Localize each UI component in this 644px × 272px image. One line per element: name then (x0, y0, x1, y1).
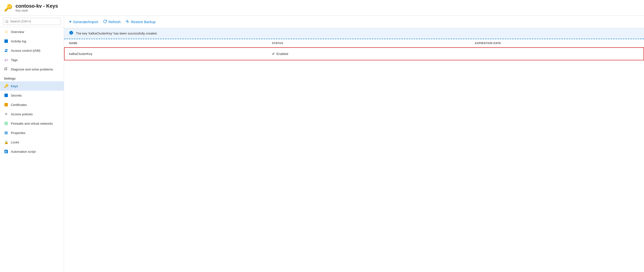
secrets-icon (4, 93, 8, 98)
generate-import-button[interactable]: + Generate/Import (69, 18, 98, 26)
overview-icon: ⊙ (4, 30, 8, 34)
sidebar-item-access-control[interactable]: Access control (IAM) (0, 46, 64, 55)
tags-icon: 🏷 (4, 58, 8, 62)
sidebar-label-firewalls: Firewalls and virtual networks (11, 122, 53, 126)
table-row[interactable]: kafkaClusterKey✔Enabled (64, 47, 644, 60)
automation-icon (4, 149, 8, 154)
sidebar-item-locks[interactable]: 🔒 Locks (0, 138, 64, 147)
svg-rect-8 (5, 132, 8, 132)
keys-icon: 🔑 (4, 84, 8, 88)
svg-rect-5 (4, 103, 8, 106)
content-area: + Generate/Import Refresh Restore Backup (64, 16, 644, 272)
sidebar-label-access-control: Access control (IAM) (11, 49, 40, 52)
sidebar-label-overview: Overview (11, 30, 24, 34)
page-title: contoso-kv - Keys (16, 3, 58, 9)
activity-log-icon (4, 39, 8, 43)
svg-point-1 (5, 49, 6, 50)
sidebar-label-tags: Tags (11, 58, 18, 62)
restore-backup-button[interactable]: Restore Backup (126, 18, 156, 26)
plus-icon: + (69, 19, 72, 24)
access-policies-icon: ≡ (4, 112, 8, 116)
firewalls-icon (4, 121, 8, 126)
refresh-icon (103, 20, 107, 24)
sidebar-label-secrets: Secrets (11, 94, 22, 97)
generate-import-label: Generate/Import (73, 20, 98, 24)
key-name-cell: kafkaClusterKey (64, 47, 267, 60)
notification-message: The key 'kafkaClusterKey' has been succe… (76, 32, 158, 35)
sidebar-label-keys: Keys (11, 84, 18, 88)
key-vault-icon: 🔑 (4, 4, 12, 12)
svg-rect-14 (5, 152, 7, 153)
sidebar-nav: ⊙ Overview Activity log Access control (… (0, 27, 64, 272)
table-header-row: NAME STATUS EXPIRATION DATE (64, 39, 644, 47)
sidebar-item-overview[interactable]: ⊙ Overview (0, 27, 64, 36)
sidebar-label-properties: Properties (11, 131, 26, 135)
svg-rect-0 (4, 40, 8, 43)
certificates-icon (4, 102, 8, 107)
sidebar-label-diagnose: Diagnose and solve problems (11, 68, 53, 71)
check-icon: ✔ (272, 52, 275, 56)
main-layout: ⊙ Overview Activity log Access control (… (0, 16, 644, 272)
status-text: Enabled (276, 52, 288, 56)
key-expiration-cell (470, 47, 644, 60)
page-subtitle: Key vault (16, 9, 58, 12)
svg-point-2 (6, 49, 8, 50)
info-icon (69, 30, 74, 36)
sidebar-item-activity-log[interactable]: Activity log (0, 36, 64, 46)
svg-rect-13 (5, 152, 7, 152)
restore-backup-label: Restore Backup (131, 20, 156, 24)
svg-rect-10 (5, 134, 8, 134)
sidebar-label-certificates: Certificates (11, 103, 27, 107)
search-container (0, 16, 64, 27)
col-header-name: NAME (64, 39, 267, 47)
access-control-icon (4, 48, 8, 53)
refresh-label: Refresh (108, 20, 120, 24)
svg-rect-12 (5, 151, 8, 151)
sidebar-label-activity-log: Activity log (11, 40, 26, 43)
sidebar-item-keys[interactable]: 🔑 Keys (0, 81, 64, 91)
locks-icon: 🔒 (4, 140, 8, 144)
page-header: 🔑 contoso-kv - Keys Key vault (0, 0, 644, 16)
sidebar-item-access-policies[interactable]: ≡ Access policies (0, 110, 64, 119)
sidebar-item-diagnose[interactable]: Diagnose and solve problems (0, 64, 64, 74)
diagnose-icon (4, 67, 8, 72)
sidebar-item-automation[interactable]: Automation script (0, 147, 64, 156)
refresh-button[interactable]: Refresh (103, 18, 120, 26)
sidebar-item-firewalls[interactable]: Firewalls and virtual networks (0, 119, 64, 128)
keys-table: NAME STATUS EXPIRATION DATE kafkaCluster… (64, 39, 644, 60)
properties-icon (4, 130, 8, 135)
svg-point-3 (6, 69, 7, 70)
col-header-expiration: EXPIRATION DATE (470, 39, 644, 47)
sidebar-label-automation: Automation script (11, 150, 36, 154)
sidebar-label-locks: Locks (11, 140, 19, 144)
settings-section-title: Settings (0, 74, 64, 81)
svg-rect-4 (4, 94, 8, 97)
toolbar: + Generate/Import Refresh Restore Backup (64, 16, 644, 28)
search-input[interactable] (3, 18, 61, 25)
sidebar-label-access-policies: Access policies (11, 112, 33, 116)
table-container: NAME STATUS EXPIRATION DATE kafkaCluster… (64, 39, 644, 272)
key-status-cell: ✔Enabled (267, 47, 470, 60)
sidebar-item-tags[interactable]: 🏷 Tags (0, 55, 64, 64)
sidebar-item-certificates[interactable]: Certificates (0, 100, 64, 110)
notification-banner: The key 'kafkaClusterKey' has been succe… (64, 28, 644, 39)
sidebar: ⊙ Overview Activity log Access control (… (0, 16, 64, 272)
col-header-status: STATUS (267, 39, 470, 47)
sidebar-item-properties[interactable]: Properties (0, 128, 64, 138)
svg-rect-9 (5, 132, 8, 133)
restore-icon (126, 20, 129, 24)
sidebar-item-secrets[interactable]: Secrets (0, 91, 64, 100)
